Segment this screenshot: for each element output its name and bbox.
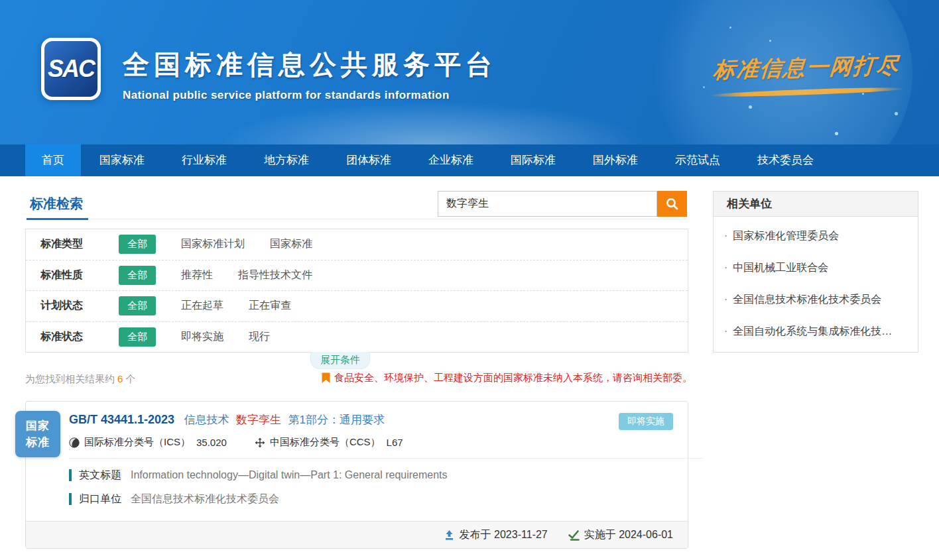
filter-option[interactable]: 指导性技术文件: [238, 268, 312, 282]
sidebar-item-it-standardization-committee[interactable]: ·全国信息技术标准化技术委员会: [714, 284, 918, 315]
implemented-date: 2024-06-01: [619, 529, 673, 541]
card-body: GB/T 43441.1-2023 信息技术 数字孪生 第1部分：通用要求 国际…: [26, 402, 688, 506]
results-count-prefix: 为您找到相关结果约: [25, 373, 115, 384]
standard-title-link[interactable]: GB/T 43441.1-2023 信息技术 数字孪生 第1部分：通用要求: [69, 412, 673, 427]
standard-title-pre[interactable]: 信息技术: [184, 414, 229, 426]
implemented-label: 实施于: [584, 528, 616, 542]
main-nav: 首页 国家标准 行业标准 地方标准 团体标准 企业标准 国际标准 国外标准 示范…: [0, 144, 939, 176]
slogan-block: 标准信息一网打尽: [707, 53, 906, 95]
filter-all-button[interactable]: 全部: [119, 327, 156, 347]
filter-option[interactable]: 正在审查: [249, 299, 291, 313]
sidebar-item-automation-systems-committee[interactable]: ·全国自动化系统与集成标准化技…: [714, 315, 918, 347]
teal-marker: [69, 469, 72, 481]
ccs-label: 中国标准分类号（CCS）: [270, 436, 381, 449]
filter-label: 计划状态: [40, 299, 99, 313]
published-label: 发布于: [460, 528, 491, 542]
filter-option[interactable]: 国家标准: [270, 237, 312, 251]
english-title-value: Information technology—Digital twin—Part…: [131, 469, 448, 481]
tab-standard-search[interactable]: 标准检索: [30, 195, 83, 213]
nav-item-group-standards[interactable]: 团体标准: [328, 144, 410, 176]
implemented-date-item: 实施于 2024-06-01: [568, 528, 673, 542]
move-arrows-icon: [255, 437, 265, 448]
ics-label: 国际标准分类号（ICS）: [84, 436, 190, 449]
filter-all-button[interactable]: 全部: [119, 235, 156, 254]
sidebar-item-sac[interactable]: ·国家标准化管理委员会: [714, 220, 918, 252]
sac-logo-inner: SAC: [44, 41, 97, 97]
sparkle-decoration: [729, 27, 731, 28]
sac-logo[interactable]: SAC: [41, 38, 101, 100]
filter-option[interactable]: 推荐性: [181, 268, 213, 282]
committee-row: 归口单位 全国信息技术标准化技术委员会: [69, 492, 673, 506]
site-subtitle: National public service platform for sta…: [123, 89, 497, 102]
filter-label: 标准状态: [40, 330, 99, 344]
standard-type-badge: 国家 标准: [15, 411, 60, 457]
bullet: ·: [724, 294, 727, 306]
tab-active-underline: [27, 218, 88, 220]
ccs-group: 中国标准分类号（CCS） L67: [255, 436, 403, 449]
sidebar-item-label: 全国信息技术标准化技术委员会: [733, 293, 881, 307]
site-title-block: 全国标准信息公共服务平台 National public service pla…: [123, 46, 497, 102]
nav-item-home[interactable]: 首页: [25, 144, 81, 176]
bookmark-icon: [322, 372, 330, 384]
sidebar-item-label: 中国机械工业联合会: [733, 261, 828, 275]
status-badge: 即将实施: [619, 413, 673, 430]
system-notice: 食品安全、环境保护、工程建设方面的国家标准未纳入本系统，请咨询相关部委。: [322, 372, 692, 384]
filter-option[interactable]: 正在起草: [181, 299, 223, 313]
nav-item-national-standards[interactable]: 国家标准: [81, 144, 163, 176]
committee-label: 归口单位: [79, 492, 121, 506]
ics-value: 35.020: [196, 437, 227, 448]
filter-label: 标准类型: [40, 237, 99, 251]
search-icon: [665, 197, 679, 211]
ccs-value: L67: [387, 437, 403, 448]
sidebar-item-label: 国家标准化管理委员会: [733, 229, 839, 243]
filter-row-standard-nature: 标准性质 全部 推荐性 指导性技术文件: [26, 260, 688, 291]
filter-row-standard-type: 标准类型 全部 国家标准计划 国家标准: [26, 229, 688, 260]
nav-item-enterprise-standards[interactable]: 企业标准: [410, 144, 492, 176]
page: SAC 全国标准信息公共服务平台 National public service…: [0, 0, 939, 560]
bullet: ·: [724, 325, 727, 337]
nav-item-international-standards[interactable]: 国际标准: [492, 144, 574, 176]
nav-item-pilot-programs[interactable]: 示范试点: [657, 144, 739, 176]
results-count-suffix: 个: [125, 373, 135, 384]
nav-item-local-standards[interactable]: 地方标准: [245, 144, 328, 176]
search-input[interactable]: [438, 191, 657, 217]
site-header: SAC 全国标准信息公共服务平台 National public service…: [0, 0, 939, 144]
card-divider: [69, 458, 702, 459]
filter-option[interactable]: 国家标准计划: [181, 237, 245, 251]
nav-item-foreign-standards[interactable]: 国外标准: [574, 144, 657, 176]
filter-all-button[interactable]: 全部: [119, 266, 156, 285]
published-date: 2023-11-27: [494, 529, 548, 541]
search-button[interactable]: [657, 191, 687, 217]
tab-row-divider: [25, 219, 688, 219]
site-title: 全国标准信息公共服务平台: [123, 46, 497, 83]
card-footer: 发布于 2023-11-27 实施于 2024-06-01: [26, 521, 688, 548]
bullet: ·: [724, 230, 727, 242]
expand-conditions-button[interactable]: 展开条件: [310, 352, 370, 369]
published-date-item: 发布于 2023-11-27: [444, 528, 548, 542]
standard-code[interactable]: GB/T 43441.1-2023: [69, 413, 174, 426]
implement-check-icon: [568, 530, 584, 541]
english-title-row: 英文标题 Information technology—Digital twin…: [69, 468, 673, 482]
sidebar-item-machinery-federation[interactable]: ·中国机械工业联合会: [714, 252, 918, 284]
classification-row: 国际标准分类号（ICS） 35.020 中国标准分类号（CCS） L67: [69, 436, 673, 449]
english-title-label: 英文标题: [79, 469, 121, 482]
standard-result-card: 国家 标准 即将实施 GB/T 43441.1-2023 信息技术 数字孪生 第…: [25, 401, 688, 549]
filter-all-button[interactable]: 全部: [119, 296, 156, 315]
slogan-text: 标准信息一网打尽: [712, 50, 901, 85]
nav-item-industry-standards[interactable]: 行业标准: [163, 144, 245, 176]
committee-value: 全国信息技术标准化技术委员会: [131, 492, 279, 506]
filter-option[interactable]: 即将实施: [181, 330, 223, 344]
standard-title-highlight[interactable]: 数字孪生: [236, 414, 281, 426]
related-units-list: ·国家标准化管理委员会 ·中国机械工业联合会 ·全国信息技术标准化技术委员会 ·…: [714, 217, 918, 351]
sac-logo-text: SAC: [48, 55, 94, 83]
related-units-title: 相关单位: [714, 192, 918, 217]
filter-row-plan-status: 计划状态 全部 正在起草 正在审查: [26, 290, 688, 321]
type-badge-line2: 标准: [26, 434, 50, 451]
sidebar-item-label: 全国自动化系统与集成标准化技…: [733, 325, 892, 339]
filter-label: 标准性质: [40, 268, 99, 282]
standard-title-post[interactable]: 第1部分：通用要求: [288, 414, 384, 426]
type-badge-line1: 国家: [26, 418, 50, 435]
notice-text: 食品安全、环境保护、工程建设方面的国家标准未纳入本系统，请咨询相关部委。: [334, 372, 692, 384]
nav-item-technical-committees[interactable]: 技术委员会: [739, 144, 832, 176]
filter-option[interactable]: 现行: [249, 330, 270, 344]
